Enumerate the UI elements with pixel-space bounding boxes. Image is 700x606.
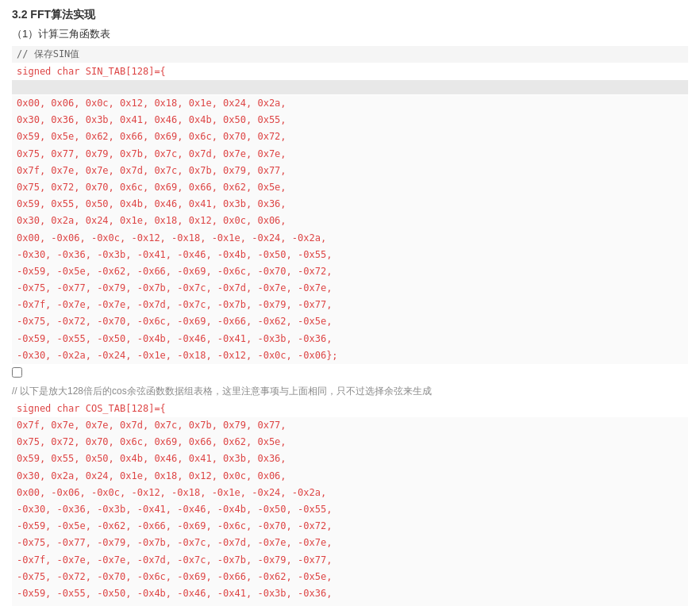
decl-cos: signed char COS_TAB[128]={: [12, 401, 688, 416]
table-row: -0x59, -0x55, -0x50, -0x4b, -0x46, -0x41…: [12, 331, 688, 347]
table-row: -0x75, -0x72, -0x70, -0x6c, -0x69, -0x66…: [12, 313, 688, 330]
table-row: 0x75, 0x72, 0x70, 0x6c, 0x69, 0x66, 0x62…: [12, 179, 688, 196]
table-row: 0x00, -0x06, -0x0c, -0x12, -0x18, -0x1e,…: [12, 485, 688, 501]
table-row: 0x00, -0x06, -0x0c, -0x12, -0x18, -0x1e,…: [12, 230, 688, 247]
table-row: 0x7f, 0x7e, 0x7e, 0x7d, 0x7c, 0x7b, 0x79…: [12, 417, 688, 434]
table-row: -0x7f, -0x7e, -0x7e, -0x7d, -0x7c, -0x7b…: [12, 297, 688, 313]
table-row: 0x59, 0x5e, 0x62, 0x66, 0x69, 0x6c, 0x70…: [12, 128, 688, 145]
table-row: 0x59, 0x55, 0x50, 0x4b, 0x46, 0x41, 0x3b…: [12, 196, 688, 213]
table-row: 0x59, 0x55, 0x50, 0x4b, 0x46, 0x41, 0x3b…: [12, 451, 688, 467]
section-title: 3.2 FFT算法实现: [12, 8, 688, 22]
table-row: -0x59, -0x55, -0x50, -0x4b, -0x46, -0x41…: [12, 585, 688, 602]
comment-sin: // 保存SIN值: [12, 46, 688, 63]
table-row: 0x75, 0x77, 0x79, 0x7b, 0x7c, 0x7d, 0x7e…: [12, 146, 688, 163]
decl-sin: signed char SIN_TAB[128]={: [12, 64, 688, 79]
sin-code-block: 0x00, 0x06, 0x0c, 0x12, 0x18, 0x1e, 0x24…: [12, 95, 688, 364]
subsection-title: （1）计算三角函数表: [12, 27, 688, 41]
table-row: 0x7f, 0x7e, 0x7e, 0x7d, 0x7c, 0x7b, 0x79…: [12, 163, 688, 179]
table-row: 0x30, 0x2a, 0x24, 0x1e, 0x18, 0x12, 0x0c…: [12, 468, 688, 485]
table-row: 0x00, 0x06, 0x0c, 0x12, 0x18, 0x1e, 0x24…: [12, 95, 688, 112]
table-row: -0x75, -0x72, -0x70, -0x6c, -0x69, -0x66…: [12, 569, 688, 585]
section-container: 3.2 FFT算法实现 （1）计算三角函数表 // 保存SIN值 signed …: [12, 8, 688, 606]
table-row: -0x30, -0x36, -0x3b, -0x41, -0x46, -0x4b…: [12, 501, 688, 518]
table-row: 0x30, 0x36, 0x3b, 0x41, 0x46, 0x4b, 0x50…: [12, 112, 688, 128]
table-row: -0x30, -0x2a, -0x24, -0x1e, -0x18, -0x12…: [12, 347, 688, 364]
table-row: -0x7f, -0x7e, -0x7e, -0x7d, -0x7c, -0x7b…: [12, 552, 688, 569]
checkbox[interactable]: [12, 367, 22, 378]
table-row: -0x75, -0x77, -0x79, -0x7b, -0x7c, -0x7d…: [12, 280, 688, 297]
gray-bar-sin: [12, 80, 688, 94]
table-row: 0x75, 0x72, 0x70, 0x6c, 0x69, 0x66, 0x62…: [12, 434, 688, 451]
table-row: -0x59, -0x5e, -0x62, -0x66, -0x69, -0x6c…: [12, 518, 688, 535]
table-row: -0x30, -0x36, -0x3b, -0x41, -0x46, -0x4b…: [12, 247, 688, 263]
table-row: -0x59, -0x5e, -0x62, -0x66, -0x69, -0x6c…: [12, 263, 688, 280]
comment-cos: // 以下是放大128倍后的cos余弦函数数据组表格，这里注意事项与上面相同，只…: [12, 385, 688, 398]
table-row: -0x30, -0x2a, -0x24, -0x1e, -0x18, -0x12…: [12, 602, 688, 606]
table-row: 0x30, 0x2a, 0x24, 0x1e, 0x18, 0x12, 0x0c…: [12, 213, 688, 229]
cos-code-block: 0x7f, 0x7e, 0x7e, 0x7d, 0x7c, 0x7b, 0x79…: [12, 417, 688, 606]
table-row: -0x75, -0x77, -0x79, -0x7b, -0x7c, -0x7d…: [12, 535, 688, 551]
checkbox-area[interactable]: [12, 367, 688, 380]
